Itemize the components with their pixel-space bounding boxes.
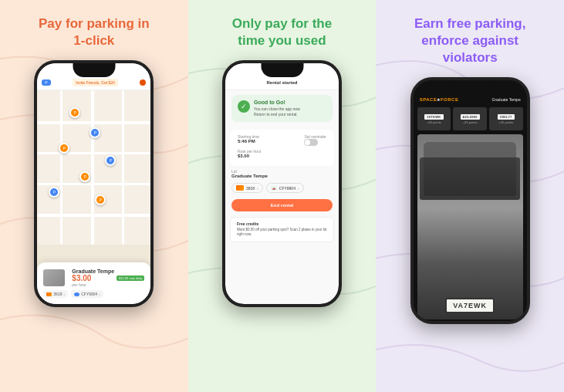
phone-1-screen: P Invite Friends, Get $20 bbox=[37, 63, 150, 304]
card-pill[interactable]: 3918 › bbox=[231, 183, 263, 193]
starting-time-row: Starting time 5:46 PM Set reminder bbox=[238, 134, 326, 146]
plate-chip[interactable]: CFY9904 › bbox=[71, 290, 103, 298]
parking-name: Graduate Tempe bbox=[72, 269, 114, 274]
chevron-right4: › bbox=[298, 186, 299, 191]
plates-screen: SPACE★FORCE Graduate Tempe 10TEWK +25 po… bbox=[414, 80, 527, 321]
panel-3-title: Earn free parking, enforce against viola… bbox=[414, 15, 526, 66]
parking-price-sub: per hour bbox=[72, 282, 114, 287]
plate-points-1: +25 points bbox=[427, 120, 441, 124]
invite-banner: Invite Friends, Get $20 bbox=[73, 79, 118, 86]
location-icon bbox=[140, 79, 146, 86]
max-daily: $15.00 max daily bbox=[117, 275, 144, 281]
plate-points-3: +25 points bbox=[499, 120, 514, 124]
plate-number-2: CFY9904 bbox=[279, 186, 296, 191]
map-pin-2[interactable]: P bbox=[89, 127, 100, 138]
map-header: P Invite Friends, Get $20 bbox=[37, 63, 150, 90]
map-parking-card: Graduate Tempe $3.00 per hour $15.00 max… bbox=[37, 262, 150, 304]
card-chip[interactable]: 3918 › bbox=[43, 290, 68, 298]
car-icon bbox=[74, 292, 79, 296]
rental-header: Rental started bbox=[225, 63, 339, 90]
map-tab[interactable]: P bbox=[42, 79, 50, 86]
map-header-left: P bbox=[42, 79, 50, 86]
map-pin-5[interactable]: P bbox=[79, 171, 90, 182]
phone-3-screen: SPACE★FORCE Graduate Tempe 10TEWK +25 po… bbox=[414, 80, 527, 321]
card-plate-row: 3918 › 🚗 CFY9904 › bbox=[225, 180, 339, 196]
rate-row: Rate per hour $3.00 bbox=[238, 149, 326, 158]
plate-pill[interactable]: 🚗 CFY9904 › bbox=[266, 183, 304, 193]
map-body: P P P P P P P bbox=[37, 90, 150, 245]
plate-icon: 🚗 bbox=[271, 186, 277, 191]
big-plate-number: VA7EWK bbox=[445, 298, 495, 313]
map-pin-4[interactable]: P bbox=[105, 155, 116, 166]
rental-details: Starting time 5:46 PM Set reminder Rate … bbox=[230, 130, 334, 166]
panel-parking: Pay for parking in 1-click P Invite Frie… bbox=[0, 0, 188, 392]
phone-1: P Invite Friends, Get $20 bbox=[34, 60, 154, 307]
rate-info: Rate per hour $3.00 bbox=[238, 149, 262, 158]
panel-enforcement: Earn free parking, enforce against viola… bbox=[376, 0, 564, 392]
free-credits-section: Free credits Want $0.50 off your parking… bbox=[230, 217, 334, 242]
plate-screen-header: SPACE★FORCE Graduate Tempe bbox=[414, 80, 527, 105]
road-v3 bbox=[122, 90, 124, 245]
parking-thumbnail bbox=[43, 269, 65, 286]
card-footer: 3918 › CFY9904 › bbox=[43, 290, 144, 298]
set-reminder: Set reminder bbox=[304, 134, 326, 146]
location-text: Graduate Tempe bbox=[492, 97, 521, 102]
card-number: 3918 bbox=[246, 186, 255, 191]
panel-rental: Only pay for the time you used Rental st… bbox=[188, 0, 377, 392]
plate-thumb-1[interactable]: 10TEWK +25 points bbox=[417, 107, 451, 130]
plate-text-3: 690L77 bbox=[498, 114, 514, 120]
phone-2-screen: Rental started ✓ Good to Go! You can clo… bbox=[225, 63, 339, 304]
phone-2-wrapper: Rental started ✓ Good to Go! You can clo… bbox=[222, 60, 342, 380]
map-screen: P Invite Friends, Get $20 bbox=[37, 63, 150, 304]
plate-points-2: +25 points bbox=[463, 120, 478, 124]
panel-2-title: Only pay for the time you used bbox=[232, 15, 332, 49]
free-credits-title: Free credits bbox=[237, 221, 327, 226]
map-pin-6[interactable]: P bbox=[49, 187, 59, 198]
card-last4: 3918 bbox=[53, 292, 62, 296]
space-force-logo: SPACE★FORCE bbox=[420, 97, 459, 102]
plate-thumb-3[interactable]: 690L77 +25 points bbox=[489, 107, 523, 130]
map-card-header: Graduate Tempe $3.00 per hour $15.00 max… bbox=[43, 269, 144, 287]
cc-icon-2 bbox=[236, 185, 244, 191]
lot-section: Lot Graduate Tempe bbox=[225, 169, 339, 180]
chevron-right-icon: › bbox=[63, 292, 65, 296]
plate-text-2: AUL6960 bbox=[461, 114, 480, 120]
end-rental-button[interactable]: End rental bbox=[231, 199, 333, 211]
starting-time-label: Starting time 5:46 PM bbox=[238, 134, 259, 146]
cc-icon bbox=[46, 292, 52, 296]
map-pin-7[interactable]: P bbox=[95, 194, 106, 205]
check-icon: ✓ bbox=[238, 100, 250, 113]
panel-1-title: Pay for parking in 1-click bbox=[39, 15, 150, 49]
phone-2: Rental started ✓ Good to Go! You can clo… bbox=[222, 60, 342, 307]
phone-3: SPACE★FORCE Graduate Tempe 10TEWK +25 po… bbox=[410, 77, 530, 324]
road-v1 bbox=[60, 90, 62, 245]
big-car-image: VA7EWK bbox=[417, 134, 523, 319]
rental-success-banner: ✓ Good to Go! You can close the app now.… bbox=[231, 95, 333, 122]
reminder-toggle[interactable] bbox=[304, 139, 318, 146]
success-title: Good to Go! bbox=[254, 100, 301, 105]
map-pin-1[interactable]: P bbox=[69, 107, 80, 118]
success-body: You can close the app now. Return to end… bbox=[254, 106, 301, 117]
phone-3-wrapper: SPACE★FORCE Graduate Tempe 10TEWK +25 po… bbox=[410, 77, 530, 380]
success-text: Good to Go! You can close the app now. R… bbox=[254, 100, 301, 117]
parking-price: $3.00 bbox=[72, 274, 114, 282]
plate-text-1: 10TEWK bbox=[424, 114, 443, 120]
chevron-right-icon2: › bbox=[99, 292, 100, 296]
plate-number: CFY9904 bbox=[81, 292, 97, 296]
plate-thumb-2[interactable]: AUL6960 +25 points bbox=[453, 107, 487, 130]
card-info: Graduate Tempe $3.00 per hour bbox=[72, 269, 114, 287]
plate-thumbnails-row: 10TEWK +25 points AUL6960 +25 points 690… bbox=[414, 105, 527, 133]
phone-1-wrapper: P Invite Friends, Get $20 bbox=[34, 60, 154, 380]
rental-screen: Rental started ✓ Good to Go! You can clo… bbox=[225, 63, 339, 304]
road-v2 bbox=[91, 90, 94, 245]
chevron-right3: › bbox=[257, 186, 258, 191]
free-credits-text: Want $0.50 off your parking spot? Scan 2… bbox=[237, 228, 327, 238]
